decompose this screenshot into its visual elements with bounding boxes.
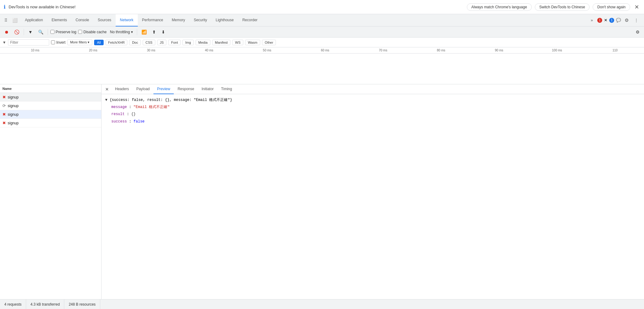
filter-toggle-button[interactable]: ▼: [26, 29, 34, 35]
always-match-language-button[interactable]: Always match Chrome's language: [467, 3, 532, 11]
preview-field-success: success : false: [105, 118, 640, 125]
filter-type-wasm[interactable]: Wasm: [245, 40, 260, 45]
filter-type-img[interactable]: Img: [182, 40, 193, 45]
more-tabs-button[interactable]: »: [588, 17, 595, 24]
filter-type-manifest[interactable]: Manifest: [212, 40, 231, 45]
preview-field-message: message : "Email 格式不正確": [105, 104, 640, 111]
element-picker-button[interactable]: ⠿: [2, 17, 9, 24]
filter-type-ws[interactable]: WS: [232, 40, 243, 45]
disable-cache-label[interactable]: Disable cache: [78, 30, 106, 34]
preview-key: result: [111, 112, 125, 116]
clear-button[interactable]: 🚫: [12, 29, 21, 35]
preview-root-line[interactable]: ▼ {success: false, result: {}, message: …: [105, 97, 640, 104]
tab-payload[interactable]: Payload: [133, 84, 153, 94]
invert-label[interactable]: Invert: [51, 40, 66, 45]
filter-input-wrap: [8, 39, 49, 46]
tab-application[interactable]: Application: [21, 14, 47, 26]
stop-recording-button[interactable]: ⏺: [2, 29, 10, 35]
toolbar-right: ⚙: [634, 29, 642, 35]
info-bar-close-button[interactable]: ✕: [633, 2, 640, 12]
tab-performance[interactable]: Performance: [138, 14, 168, 26]
network-timeline: 10 ms 20 ms 30 ms 40 ms 50 ms 60 ms 70 m…: [0, 47, 644, 84]
disable-cache-checkbox[interactable]: [78, 30, 82, 34]
tick-11: 110: [586, 49, 644, 52]
timeline-ruler: 10 ms 20 ms 30 ms 40 ms 50 ms 60 ms 70 m…: [0, 47, 644, 54]
request-error-icon: ✖: [2, 95, 6, 99]
filter-type-js[interactable]: JS: [157, 40, 167, 45]
tab-lighthouse[interactable]: Lighthouse: [211, 14, 238, 26]
network-toolbar: ⏺ 🚫 ▼ 🔍 Preserve log Disable cache No th…: [0, 26, 644, 38]
chat-badge: 1: [609, 18, 614, 23]
filter-bar: ▼ Invert More filters ▾ All Fetch/XHR Do…: [0, 38, 644, 47]
invert-checkbox[interactable]: [51, 40, 55, 44]
preserve-log-label[interactable]: Preserve log: [50, 30, 76, 34]
collapse-arrow[interactable]: ▼: [105, 98, 109, 102]
info-bar-text: DevTools is now available in Chinese!: [9, 5, 464, 9]
more-options-button[interactable]: ⋮: [632, 17, 640, 24]
tab-security[interactable]: Security: [189, 14, 211, 26]
filter-type-font[interactable]: Font: [168, 40, 181, 45]
dont-show-again-button[interactable]: Don't show again: [593, 3, 630, 11]
export-har-button[interactable]: ⬆: [150, 29, 158, 35]
request-item[interactable]: ⟳ signup: [0, 102, 101, 110]
filter-type-fetchxhr[interactable]: Fetch/XHR: [105, 40, 128, 45]
main-content: Name ✖ signup ⟳ signup ✖ signup ✖ signup…: [0, 84, 644, 299]
filter-type-media[interactable]: Media: [196, 40, 210, 45]
request-detail-panel: ✕ Headers Payload Preview Response Initi…: [101, 84, 644, 299]
preserve-log-checkbox[interactable]: [50, 30, 54, 34]
tab-timing[interactable]: Timing: [217, 84, 236, 94]
tab-initiator[interactable]: Initiator: [198, 84, 217, 94]
filter-funnel-icon: ▼: [2, 40, 6, 45]
tab-headers[interactable]: Headers: [111, 84, 133, 94]
tick-7: 70 ms: [354, 49, 412, 52]
request-item[interactable]: ✖ signup: [0, 110, 101, 119]
separator-3: [137, 29, 137, 35]
throttle-select[interactable]: No throttling ▾: [109, 29, 135, 35]
switch-devtools-chinese-button[interactable]: Switch DevTools to Chinese: [535, 3, 590, 11]
tab-console[interactable]: Console: [71, 14, 93, 26]
request-name: signup: [8, 121, 18, 125]
tab-preview[interactable]: Preview: [153, 84, 174, 94]
tick-4: 40 ms: [180, 49, 238, 52]
filter-type-css[interactable]: CSS: [143, 40, 155, 45]
clear-cache-button[interactable]: ⬇: [160, 29, 167, 35]
request-item[interactable]: ✖ signup: [0, 93, 101, 102]
error-badge: 1: [597, 18, 602, 23]
tick-9: 90 ms: [470, 49, 528, 52]
request-item[interactable]: ✖ signup: [0, 119, 101, 127]
tab-bar-right: » 1 ✕ 1 💬 ⚙ ⋮: [586, 16, 643, 24]
info-icon: ℹ: [4, 4, 6, 10]
tab-sources[interactable]: Sources: [93, 14, 116, 26]
tab-recorder[interactable]: Recorder: [238, 14, 262, 26]
request-error-icon: ✖: [2, 121, 6, 125]
import-har-button[interactable]: 📶: [140, 29, 149, 35]
filter-input[interactable]: [10, 40, 47, 45]
tab-elements[interactable]: Elements: [47, 14, 71, 26]
tab-memory[interactable]: Memory: [168, 14, 189, 26]
requests-list: ✖ signup ⟳ signup ✖ signup ✖ signup: [0, 93, 101, 299]
request-name: signup: [8, 104, 18, 108]
filter-type-all[interactable]: All: [94, 40, 103, 45]
requests-panel: Name ✖ signup ⟳ signup ✖ signup ✖ signup: [0, 84, 101, 299]
close-detail-panel-button[interactable]: ✕: [103, 86, 111, 93]
request-name: signup: [8, 95, 18, 99]
preview-value: false: [133, 119, 145, 124]
tick-1: 10 ms: [6, 49, 64, 52]
network-settings-button[interactable]: ⚙: [634, 29, 642, 35]
request-pending-icon: ⟳: [2, 103, 6, 108]
devtools-controls: ⠿ ⬜: [1, 17, 21, 24]
name-column-header: Name: [2, 87, 12, 90]
tick-5: 50 ms: [238, 49, 296, 52]
tick-8: 80 ms: [412, 49, 470, 52]
tab-response[interactable]: Response: [174, 84, 198, 94]
more-filters-button[interactable]: More filters ▾: [67, 39, 92, 45]
preview-key: message: [111, 105, 127, 109]
settings-button[interactable]: ⚙: [623, 16, 630, 24]
device-toggle-button[interactable]: ⬜: [10, 17, 19, 24]
tab-network[interactable]: Network: [116, 14, 138, 26]
preview-value: "Email 格式不正確": [133, 105, 170, 109]
preview-key: success: [111, 119, 127, 124]
search-button[interactable]: 🔍: [36, 29, 45, 35]
filter-type-other[interactable]: Other: [262, 40, 276, 45]
filter-type-doc[interactable]: Doc: [129, 40, 141, 45]
